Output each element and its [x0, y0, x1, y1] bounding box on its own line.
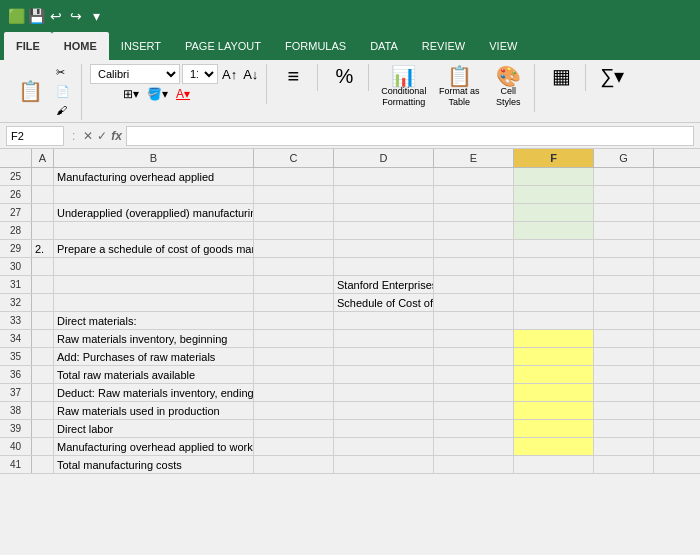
- cell-a[interactable]: [32, 420, 54, 437]
- cell-f[interactable]: [514, 294, 594, 311]
- cell-d[interactable]: Stanford Enterprises: [334, 276, 434, 293]
- cell-g[interactable]: [594, 204, 654, 221]
- cell-c[interactable]: [254, 204, 334, 221]
- cell-e[interactable]: [434, 348, 514, 365]
- cell-g[interactable]: [594, 240, 654, 257]
- cell-a[interactable]: [32, 222, 54, 239]
- cell-e[interactable]: [434, 222, 514, 239]
- cell-f[interactable]: [514, 348, 594, 365]
- cell-b[interactable]: Manufacturing overhead applied to work i…: [54, 438, 254, 455]
- cell-a[interactable]: [32, 186, 54, 203]
- tab-formulas[interactable]: FORMULAS: [273, 32, 358, 60]
- cell-c[interactable]: [254, 294, 334, 311]
- cell-d[interactable]: [334, 186, 434, 203]
- fill-color-button[interactable]: 🪣▾: [144, 86, 171, 102]
- cell-c[interactable]: [254, 240, 334, 257]
- col-header-a[interactable]: A: [32, 149, 54, 167]
- save-icon[interactable]: 💾: [28, 8, 44, 24]
- cell-f[interactable]: [514, 240, 594, 257]
- cell-d[interactable]: [334, 168, 434, 185]
- table-row[interactable]: 41Total manufacturing costs: [0, 456, 700, 474]
- tab-file[interactable]: FILE: [4, 32, 52, 60]
- table-row[interactable]: 37 Deduct: Raw materials inventory, endi…: [0, 384, 700, 402]
- cell-d[interactable]: [334, 312, 434, 329]
- cell-g[interactable]: [594, 402, 654, 419]
- underline-button[interactable]: [110, 93, 118, 95]
- cell-d[interactable]: [334, 348, 434, 365]
- cell-a[interactable]: 2.: [32, 240, 54, 257]
- cell-g[interactable]: [594, 348, 654, 365]
- cell-c[interactable]: [254, 222, 334, 239]
- cell-e[interactable]: [434, 456, 514, 473]
- cell-g[interactable]: [594, 168, 654, 185]
- col-header-c[interactable]: C: [254, 149, 334, 167]
- paste-button[interactable]: 📋: [12, 79, 48, 104]
- cell-e[interactable]: [434, 240, 514, 257]
- cell-a[interactable]: [32, 276, 54, 293]
- table-row[interactable]: 30: [0, 258, 700, 276]
- cell-b[interactable]: Underapplied (overapplied) manufacturing…: [54, 204, 254, 221]
- cancel-formula-button[interactable]: ✕: [83, 129, 93, 143]
- table-row[interactable]: 31Stanford Enterprises: [0, 276, 700, 294]
- cell-e[interactable]: [434, 402, 514, 419]
- cell-b[interactable]: Direct labor: [54, 420, 254, 437]
- cell-e[interactable]: [434, 204, 514, 221]
- cell-c[interactable]: [254, 366, 334, 383]
- cell-f[interactable]: [514, 438, 594, 455]
- cell-d[interactable]: [334, 384, 434, 401]
- cell-g[interactable]: [594, 222, 654, 239]
- redo-icon[interactable]: ↪: [68, 8, 84, 24]
- tab-review[interactable]: REVIEW: [410, 32, 477, 60]
- font-color-button[interactable]: A▾: [173, 86, 193, 102]
- cell-a[interactable]: [32, 312, 54, 329]
- cell-g[interactable]: [594, 186, 654, 203]
- editing-button[interactable]: ∑▾: [594, 64, 630, 89]
- cut-button[interactable]: ✂: [51, 64, 75, 81]
- font-size-select[interactable]: 11: [182, 64, 218, 84]
- quick-access-icon[interactable]: ▾: [88, 8, 104, 24]
- cell-f[interactable]: [514, 456, 594, 473]
- cell-b[interactable]: Manufacturing overhead applied: [54, 168, 254, 185]
- cell-b[interactable]: [54, 258, 254, 275]
- cell-b[interactable]: Direct materials:: [54, 312, 254, 329]
- table-row[interactable]: 39Direct labor: [0, 420, 700, 438]
- cell-g[interactable]: [594, 258, 654, 275]
- cell-b[interactable]: [54, 186, 254, 203]
- tab-home[interactable]: HOME: [52, 32, 109, 60]
- cell-c[interactable]: [254, 168, 334, 185]
- cell-styles-button[interactable]: 🎨 CellStyles: [488, 64, 528, 110]
- insert-function-button[interactable]: fx: [111, 129, 122, 143]
- cell-d[interactable]: [334, 258, 434, 275]
- table-row[interactable]: 26: [0, 186, 700, 204]
- cell-f[interactable]: [514, 384, 594, 401]
- cell-c[interactable]: [254, 186, 334, 203]
- cell-e[interactable]: [434, 366, 514, 383]
- cell-e[interactable]: [434, 438, 514, 455]
- cell-c[interactable]: [254, 402, 334, 419]
- cell-c[interactable]: [254, 438, 334, 455]
- number-button[interactable]: %: [326, 64, 362, 89]
- cell-g[interactable]: [594, 276, 654, 293]
- cell-c[interactable]: [254, 312, 334, 329]
- cell-a[interactable]: [32, 258, 54, 275]
- cell-d[interactable]: [334, 420, 434, 437]
- table-row[interactable]: 292.Prepare a schedule of cost of goods …: [0, 240, 700, 258]
- cell-d[interactable]: [334, 402, 434, 419]
- col-header-b[interactable]: B: [54, 149, 254, 167]
- cell-d[interactable]: [334, 204, 434, 221]
- cell-e[interactable]: [434, 420, 514, 437]
- cell-g[interactable]: [594, 294, 654, 311]
- cells-button[interactable]: ▦: [543, 64, 579, 89]
- cell-f[interactable]: [514, 330, 594, 347]
- border-button[interactable]: ⊞▾: [120, 86, 142, 102]
- cell-f[interactable]: [514, 366, 594, 383]
- col-header-d[interactable]: D: [334, 149, 434, 167]
- table-row[interactable]: 38 Raw materials used in production: [0, 402, 700, 420]
- table-row[interactable]: 27Underapplied (overapplied) manufacturi…: [0, 204, 700, 222]
- cell-d[interactable]: [334, 240, 434, 257]
- cell-f[interactable]: [514, 420, 594, 437]
- cell-a[interactable]: [32, 438, 54, 455]
- cell-b[interactable]: [54, 294, 254, 311]
- cell-e[interactable]: [434, 276, 514, 293]
- copy-button[interactable]: 📄: [51, 83, 75, 100]
